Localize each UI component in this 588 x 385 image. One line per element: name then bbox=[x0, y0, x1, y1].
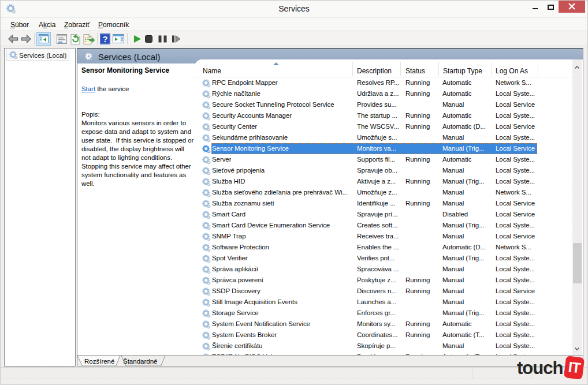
svg-text:?: ? bbox=[102, 34, 107, 44]
